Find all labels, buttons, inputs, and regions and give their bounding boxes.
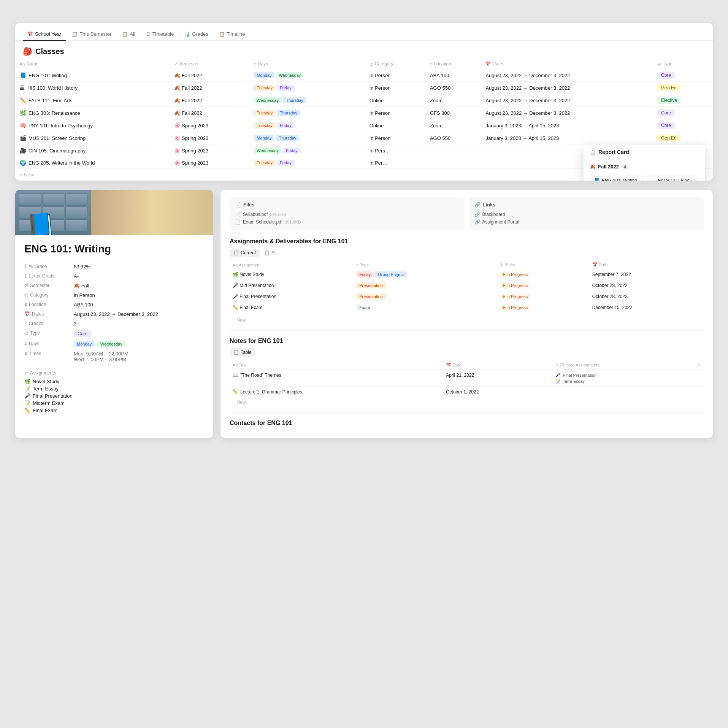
right-panel: 📄 Files 📄Syllabus.pdf391.6KB📄Exam Schedu… — [220, 190, 713, 438]
col-header-location: ≡Location — [425, 59, 481, 69]
location-cell — [425, 157, 481, 169]
assign-name-cell: ✏️ Final Exam — [230, 302, 353, 313]
file-item[interactable]: 📄Syllabus.pdf391.6KB — [235, 211, 459, 218]
rc-header-icon: 📋 — [590, 149, 596, 155]
type-tag: Essay — [356, 271, 374, 278]
add-note-btn[interactable]: + New — [230, 397, 704, 407]
day-tag: Friday — [283, 148, 301, 154]
detail-location: ≡ Location ABA 100 — [24, 300, 204, 309]
th-note-related: ↗ Related Assignments + — [552, 360, 704, 370]
assignment-row[interactable]: ✏️ Final Exam Exam In Progress December … — [230, 302, 704, 313]
detail-times: ≡ Times Mon: 9:30AM – 12:00PM Wed: 1:00P… — [24, 349, 204, 364]
tab-all[interactable]: 📋 All — [260, 249, 280, 257]
link-icon: 🔗 — [474, 219, 480, 225]
assignments-tabs: 📋 Current 📋 All — [230, 249, 704, 257]
tab-all[interactable]: 📋 All — [117, 28, 140, 41]
day-tag: Thursday — [277, 110, 300, 116]
day-monday: Monday — [74, 341, 95, 347]
this-semester-icon: 📋 — [72, 32, 78, 37]
book-icon: 📘 — [25, 211, 56, 235]
divider-1 — [230, 330, 704, 331]
contacts-title: Contacts for ENG 101 — [230, 420, 704, 427]
class-assignments-section: ↗ Assignments 🌿Novel Study📝Term Essay🎤Fi… — [24, 370, 204, 414]
assignment-row[interactable]: 🎤 Final Presentation Presentation In Pro… — [230, 291, 704, 302]
tab-timeline[interactable]: 📋 Timeline — [214, 28, 250, 41]
dates-cell: August 23, 2022 → December 3, 2022 — [481, 107, 653, 119]
class-name-cell: 📘ENG 101: Writing — [20, 72, 165, 78]
tab-grades[interactable]: 📊 Grades — [180, 28, 213, 41]
day-tag: Monday — [254, 72, 274, 78]
type-badge: Gen Ed — [657, 84, 680, 91]
rc-card-icon: 📘 — [594, 178, 600, 181]
class-icon: 🧠 — [20, 122, 26, 128]
note-row[interactable]: ✏️ Lecture 1: Grammar Principles October… — [230, 387, 704, 398]
grades-icon: 📊 — [184, 32, 190, 37]
assign-status-cell: In Progress — [496, 302, 589, 313]
day-tag: Friday — [277, 160, 295, 166]
assignments-label: ↗ Assignments — [24, 370, 204, 376]
th-date: 📅 Date — [589, 261, 704, 269]
links-list: 🔗Blackboard🔗Assignment Portal — [474, 211, 699, 226]
note-title-cell: ✏️ Lecture 1: Grammar Principles — [230, 387, 443, 398]
assignments-deliverables-table: Aa Assignment ≡ Type ◎ Status 📅 Date 🌿 N… — [230, 261, 704, 313]
table-row[interactable]: 🌿ENG 303: Renaissance🍂 Fall 2022TuesdayT… — [15, 107, 713, 119]
assignment-row[interactable]: 🎤 Mid Presentation Presentation In Progr… — [230, 280, 704, 291]
class-name-cell: 🧠PSY 101: Intro to Psychology — [20, 122, 165, 128]
assignments-section-title: Assignments & Deliverables for ENG 101 — [230, 238, 704, 245]
assignment-item: 🌿Novel Study — [24, 378, 204, 385]
assign-type-cell: Exam — [353, 302, 496, 313]
status-badge: In Progress — [500, 305, 531, 311]
semester-cell: 🌸 Spring 2023 — [174, 148, 208, 154]
th-status: ◎ Status — [496, 261, 589, 269]
class-icon: 🌿 — [20, 110, 26, 116]
table-row[interactable]: ✏️FALS 111: Fine Arts🍂 Fall 2022Wednesda… — [15, 94, 713, 107]
assign-type-cell: Presentation — [353, 280, 496, 291]
category-cell: In Person — [365, 82, 425, 94]
rc-count: 4 — [621, 164, 629, 170]
table-row[interactable]: 🧠PSY 101: Intro to Psychology🌸 Spring 20… — [15, 119, 713, 132]
category-cell: In Pers… — [365, 144, 425, 157]
detail-semester: ↗ Semester 🍂 Fall — [24, 281, 204, 290]
notes-tab-table[interactable]: 📋 Table — [230, 348, 255, 357]
dates-cell: January 3, 2023 → April 15, 2023 — [481, 119, 653, 132]
add-assignment-btn[interactable]: + New — [230, 315, 704, 325]
files-links-section: 📄 Files 📄Syllabus.pdf391.6KB📄Exam Schedu… — [230, 197, 704, 230]
type-core-badge: Core — [74, 330, 91, 337]
class-icon: ✏️ — [20, 97, 26, 103]
tab-current[interactable]: 📋 Current — [230, 249, 260, 257]
links-box: 🔗 Links 🔗Blackboard🔗Assignment Portal — [469, 197, 704, 230]
assign-name-cell: 🌿 Novel Study — [230, 269, 353, 280]
note-related-cell — [552, 387, 704, 398]
dates-cell: August 23, 2022 → December 3, 2022 — [481, 69, 653, 82]
note-date-cell: October 1, 2022 — [443, 387, 552, 398]
tab-this-semester[interactable]: 📋 This Semester — [67, 28, 116, 41]
assign-status-cell: In Progress — [496, 280, 589, 291]
add-column-btn[interactable]: + — [697, 362, 701, 368]
detail-credits: # Credits 3 — [24, 319, 204, 328]
type-tag: Exam — [356, 305, 373, 311]
file-item[interactable]: 📄Exam Schedule.pdf391.6KB — [235, 218, 459, 226]
class-icon: 🎬 — [20, 135, 26, 141]
link-item[interactable]: 🔗Blackboard — [474, 211, 699, 218]
table-row[interactable]: 📘ENG 101: Writing🍂 Fall 2022MondayWednes… — [15, 69, 713, 82]
detail-pct-grade: Σ % Grade 83.92% — [24, 262, 204, 271]
day-tag: Tuesday — [254, 160, 276, 166]
assignment-row[interactable]: 🌿 Novel Study EssayGroup Project In Prog… — [230, 269, 704, 280]
note-row[interactable]: 📖 "The Road" Themes April 21, 2022 🎤Fina… — [230, 370, 704, 387]
link-item[interactable]: 🔗Assignment Portal — [474, 218, 699, 226]
class-icon: 📘 — [20, 72, 26, 78]
assign-status-cell: In Progress — [496, 269, 589, 280]
th-note-title: Aa Title — [230, 360, 443, 370]
tab-timetable[interactable]: 🗓 Timetable — [141, 28, 179, 41]
detail-letter-grade: Σ Letter Grade A- — [24, 271, 204, 281]
location-cell: Zoom — [425, 94, 481, 107]
type-badge: Core — [657, 72, 675, 79]
semester-cell: 🌸 Spring 2023 — [174, 160, 208, 166]
table-row[interactable]: 🏛HIS 100: World History🍂 Fall 2022Tuesda… — [15, 82, 713, 94]
files-box: 📄 Files 📄Syllabus.pdf391.6KB📄Exam Schedu… — [230, 197, 465, 230]
table-row[interactable]: 🎬MUS 201: Screen Scoring🌸 Spring 2023Mon… — [15, 132, 713, 144]
school-year-icon: 📅 — [27, 32, 33, 37]
category-cell: Online — [365, 94, 425, 107]
tab-school-year[interactable]: 📅 School Year — [23, 28, 66, 41]
rc-grid: 📘 ENG 101: Writing A 88.4% ✏️ FALS 111: … — [584, 172, 705, 181]
